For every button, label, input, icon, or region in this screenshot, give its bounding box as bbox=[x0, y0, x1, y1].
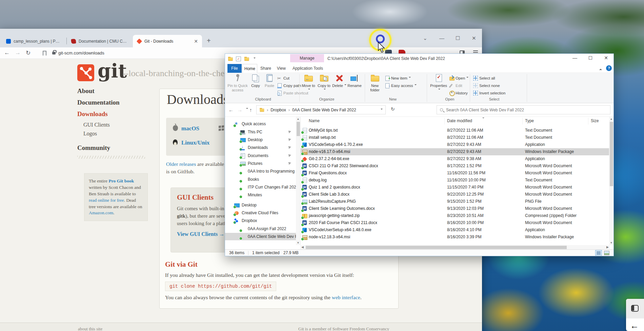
forward-icon[interactable]: → bbox=[15, 49, 21, 56]
invert-selection-button[interactable]: Invert selection bbox=[473, 90, 505, 96]
footer-about-link[interactable]: about this site bbox=[78, 326, 102, 331]
horizontal-scrollbar[interactable]: ◀ ▶ bbox=[300, 245, 610, 249]
file-list-scroll-thumb[interactable] bbox=[610, 122, 613, 186]
sidebar-item[interactable]: ✓ Desktop bbox=[225, 201, 296, 209]
file-row[interactable]: ✓ OhMyGit tips.txt 8/27/2022 11:06 AM Te… bbox=[301, 127, 610, 134]
sidebar-scroll-thumb[interactable] bbox=[297, 122, 300, 136]
pro-git-book-link[interactable]: Pro Git book bbox=[108, 178, 134, 183]
breadcrumb-item-current-folder[interactable]: 0AA Client Side Web Dev Fall 2022 bbox=[292, 108, 356, 112]
customize-qat-icon[interactable] bbox=[252, 57, 256, 61]
breadcrumb-item-dropbox[interactable]: Dropbox bbox=[270, 108, 286, 112]
scroll-down-icon[interactable]: ▼ bbox=[609, 241, 613, 245]
file-row[interactable]: ✓ VSCodeSetup-x64-1.70.2.exe 8/27/2022 9… bbox=[301, 141, 610, 148]
tab-view[interactable]: View bbox=[274, 64, 288, 73]
cut-button[interactable]: Cut bbox=[277, 75, 289, 82]
column-size[interactable]: Size bbox=[591, 118, 599, 123]
address-bar[interactable]: git-scm.com/downloads bbox=[58, 50, 104, 56]
file-row[interactable]: ✓ javascript-getting-started.zip 8/23/20… bbox=[301, 212, 610, 219]
browser-chevron-icon[interactable]: ⌄ bbox=[423, 36, 427, 41]
breadcrumb[interactable]: › Dropbox › 0AA Client Side Web Dev Fall… bbox=[256, 105, 386, 114]
explorer-close-button[interactable]: ✕ bbox=[599, 55, 613, 61]
file-row[interactable]: ✓ Final Questions.docx 11/16/2020 11:56 … bbox=[301, 170, 610, 177]
folder-icon[interactable] bbox=[244, 57, 249, 61]
address-dropdown-icon[interactable] bbox=[379, 108, 383, 112]
file-row[interactable]: ✓ Quiz 1 and 2 questions.docx 11/15/2020… bbox=[301, 184, 610, 191]
sidebar-item[interactable]: ✓ 0AA Assign Fall 2022 bbox=[225, 225, 296, 233]
file-row[interactable]: ✓ 2020 Fall Course Plan CSCI 211.docx 8/… bbox=[301, 219, 610, 226]
tab-file[interactable]: File bbox=[227, 64, 242, 73]
sidebar-item[interactable]: ✓ Downloads bbox=[225, 144, 296, 151]
git-nav-item[interactable]: Downloads bbox=[77, 110, 152, 118]
copy-to-button[interactable]: Copy to bbox=[317, 74, 331, 96]
back-icon[interactable]: ← bbox=[4, 49, 10, 56]
pin-to-quick-access-button[interactable]: Pin to Quick access bbox=[227, 74, 248, 96]
file-row[interactable]: ✓ install setup.txt 8/27/2022 11:06 AM T… bbox=[301, 134, 610, 141]
sidebar-item[interactable]: ✓ 0AA Client Side Web Dev Fa bbox=[225, 233, 296, 240]
tab-application-tools[interactable]: Application Tools bbox=[291, 64, 324, 73]
large-icons-view-button[interactable] bbox=[603, 250, 610, 256]
column-type[interactable]: Type bbox=[525, 118, 534, 123]
git-logo[interactable] bbox=[77, 64, 94, 81]
git-nav-item[interactable]: Logos bbox=[83, 131, 152, 137]
new-folder-button[interactable]: New folder bbox=[367, 74, 383, 96]
browser-maximize-button[interactable]: ☐ bbox=[456, 36, 460, 41]
amazon-link[interactable]: Amazon.com bbox=[89, 210, 113, 215]
sidebar-item[interactable]: ✓ ITP Curr Changes Fall 2021 Sp bbox=[225, 183, 296, 191]
nav-up-icon[interactable]: ↑ bbox=[249, 107, 252, 113]
collapse-ribbon-icon[interactable] bbox=[599, 67, 602, 71]
browser-tab[interactable]: Git - Downloads ✕ bbox=[133, 35, 202, 47]
older-releases-link[interactable]: Older releases bbox=[166, 161, 196, 167]
folder-icon[interactable] bbox=[228, 57, 233, 61]
read-online-link[interactable]: read online for free bbox=[89, 198, 124, 203]
sidebar-item[interactable]: ✓ Dropbox bbox=[225, 217, 296, 224]
delete-button[interactable]: Delete bbox=[332, 74, 346, 96]
scroll-left-icon[interactable]: ◀ bbox=[300, 245, 305, 249]
sidebar-toggle-icon[interactable] bbox=[631, 305, 639, 312]
properties-icon[interactable]: ✓ bbox=[236, 57, 241, 61]
column-name[interactable]: Name bbox=[309, 118, 320, 123]
nav-forward-icon[interactable]: → bbox=[237, 107, 242, 113]
rename-button[interactable]: Rename bbox=[346, 74, 363, 96]
sidebar-item[interactable]: ✓ Pictures bbox=[225, 160, 296, 167]
sidebar-item[interactable]: ✓ Creative Cloud Files bbox=[225, 209, 296, 217]
sidebar-item[interactable]: ✓ Desktop bbox=[225, 136, 296, 144]
sidebar-item[interactable]: ✓ 0AA Intro to Programming F bbox=[225, 168, 296, 175]
horizontal-scroll-thumb[interactable] bbox=[306, 246, 567, 249]
sidebar-item[interactable]: ✓ Documents bbox=[225, 152, 296, 159]
copy-path-button[interactable]: Copy path bbox=[277, 82, 301, 89]
file-row[interactable]: ✓ Client Side Learning Outcomes.docx 9/1… bbox=[301, 205, 610, 212]
back-arrow-icon[interactable]: ← bbox=[630, 321, 639, 330]
help-button[interactable]: ? bbox=[606, 65, 612, 71]
paste-button[interactable]: Paste bbox=[263, 74, 276, 96]
scroll-up-icon[interactable]: ▲ bbox=[609, 117, 613, 121]
easy-access-button[interactable]: Easy access bbox=[385, 82, 417, 89]
file-row[interactable]: ✓ node-v16.17.0-x64.msi 8/27/2022 9:43 A… bbox=[301, 148, 610, 155]
details-view-button[interactable] bbox=[595, 250, 602, 256]
nav-back-icon[interactable]: ← bbox=[228, 107, 234, 113]
edit-button[interactable]: Edit bbox=[449, 82, 462, 89]
sidebar-item[interactable]: ✓ Books bbox=[225, 176, 296, 183]
file-row[interactable]: ✓ node-v12.18.3-x64.msi 8/16/2020 3:39 P… bbox=[301, 234, 610, 241]
web-interface-link[interactable]: web interface bbox=[332, 294, 360, 300]
history-button[interactable]: History bbox=[449, 90, 468, 96]
file-list-scrollbar[interactable]: ▲ ▼ bbox=[609, 117, 613, 245]
browser-tab[interactable]: camp_lesson_plans | Powered by Box ✕ bbox=[2, 35, 66, 47]
tab-home[interactable]: Home bbox=[242, 64, 257, 73]
browser-minimize-button[interactable]: — bbox=[439, 36, 444, 41]
git-nav-item[interactable]: Community bbox=[77, 144, 152, 152]
file-row[interactable]: ✓ Git-2.37.2.2-64-bit.exe 8/27/2022 9:38… bbox=[301, 155, 610, 162]
scroll-right-icon[interactable]: ▶ bbox=[605, 245, 610, 249]
tab-share[interactable]: Share bbox=[258, 64, 274, 73]
explorer-minimize-button[interactable]: — bbox=[568, 55, 582, 61]
macos-link[interactable]: macOS bbox=[181, 125, 199, 132]
bookmark-icon[interactable] bbox=[43, 51, 46, 56]
select-none-button[interactable]: Select none bbox=[473, 82, 500, 89]
file-row[interactable]: ✓ debug.log 11/16/2020 10:00 PM Text Doc… bbox=[301, 177, 610, 184]
git-nav-item[interactable]: About bbox=[77, 87, 152, 95]
sidebar-item[interactable]: ✓ Minutes bbox=[225, 191, 296, 199]
search-box[interactable]: Search 0AA Client Side Web Dev Fall 2022 bbox=[437, 105, 610, 114]
file-row[interactable]: ✓ Lab2ResultsCapture.PNG 9/15/2020 1:52 … bbox=[301, 198, 610, 205]
linux-link[interactable]: Linux/Unix bbox=[181, 139, 209, 146]
column-date-modified[interactable]: Date modified bbox=[447, 118, 472, 123]
browser-close-button[interactable]: ✕ bbox=[472, 36, 476, 41]
